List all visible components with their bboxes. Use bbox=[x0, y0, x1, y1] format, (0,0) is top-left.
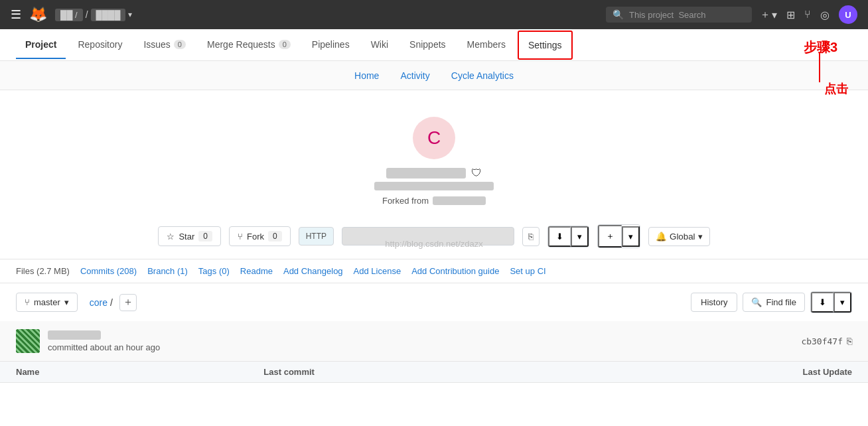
commit-copy-icon[interactable]: ⎘ bbox=[847, 336, 852, 346]
add-button[interactable]: ＋ bbox=[598, 225, 622, 248]
avatar[interactable]: U bbox=[839, 5, 857, 24]
star-count: 0 bbox=[198, 231, 212, 242]
plus-dropdown-icon: ▾ bbox=[772, 9, 777, 21]
create-new-button[interactable]: ＋ ▾ bbox=[760, 8, 777, 22]
breadcrumb-part1[interactable]: ██ / bbox=[55, 9, 83, 21]
col-last-update-header: Last Update bbox=[759, 367, 852, 377]
project-name bbox=[386, 168, 466, 178]
download-dropdown-icon: ▾ bbox=[577, 232, 582, 242]
star-button[interactable]: ☆ Star 0 bbox=[158, 226, 221, 246]
branch-selector[interactable]: ⑂ master ▾ bbox=[16, 293, 78, 312]
nav-snippets[interactable]: Snippets bbox=[400, 31, 455, 59]
sub-navbar: Project Repository Issues 0 Merge Reques… bbox=[0, 29, 868, 61]
merge-requests-icon[interactable]: ⑂ bbox=[804, 9, 811, 21]
commit-row: committed about an hour ago cb30f47f ⎘ bbox=[0, 321, 868, 362]
nav-wiki[interactable]: Wiki bbox=[362, 31, 398, 59]
copy-url-button[interactable]: ⎘ bbox=[522, 227, 540, 246]
commit-avatar bbox=[16, 329, 40, 353]
col-name-header: Name bbox=[16, 367, 263, 377]
action-bar: ☆ Star 0 ⑂ Fork 0 HTTP ⎘ ⬇ ▾ bbox=[0, 216, 868, 259]
search-icon: 🔍 bbox=[613, 9, 624, 20]
path-root[interactable]: core bbox=[90, 297, 108, 308]
nav-repository[interactable]: Repository bbox=[68, 31, 131, 59]
nav-project[interactable]: Project bbox=[16, 31, 66, 59]
add-dropdown-button[interactable]: ▾ bbox=[622, 226, 640, 247]
fork-icon: ⑂ bbox=[238, 232, 243, 242]
branch-bar: ⑂ master ▾ core / ＋ History 🔍 Find file bbox=[0, 283, 868, 321]
breadcrumb-part2[interactable]: ████ bbox=[91, 9, 126, 21]
commit-user bbox=[48, 330, 101, 340]
nav-merge-requests[interactable]: Merge Requests 0 bbox=[198, 31, 300, 59]
breadcrumb: ██ / / ████ ▾ bbox=[55, 9, 132, 21]
chevron-down-icon: ▾ bbox=[840, 297, 845, 307]
top-navbar: ☰ 🦊 ██ / / ████ ▾ 🔍 ＋ ▾ ⊞ ⑂ ◎ U bbox=[0, 0, 868, 29]
path-separator: / bbox=[110, 297, 113, 308]
search-icon: 🔍 bbox=[751, 297, 762, 307]
search-box[interactable]: 🔍 bbox=[606, 7, 752, 23]
download-dropdown-button[interactable]: ▾ bbox=[571, 226, 589, 247]
gitlab-logo[interactable]: 🦊 bbox=[29, 6, 47, 23]
fork-label: Fork bbox=[247, 232, 264, 242]
global-dropdown-icon: ▾ bbox=[698, 232, 703, 242]
download-split-button: ⬇ ▾ bbox=[547, 226, 589, 248]
clone-url[interactable] bbox=[342, 227, 514, 246]
nav-settings[interactable]: Settings bbox=[518, 31, 573, 60]
bell-icon: 🔔 bbox=[656, 232, 667, 242]
forked-from-label: Forked from bbox=[382, 196, 429, 206]
branch-name: master bbox=[34, 297, 60, 307]
files-link[interactable]: Files (2.7 MB) bbox=[16, 266, 70, 276]
breadcrumb-path: core / bbox=[90, 297, 113, 308]
nav-activity[interactable]: Activity bbox=[398, 64, 432, 88]
add-changelog-link[interactable]: Add Changelog bbox=[283, 266, 343, 276]
layout-icon[interactable]: ⊞ bbox=[786, 9, 795, 21]
setup-ci-link[interactable]: Set up CI bbox=[510, 266, 545, 276]
files-download-button[interactable]: ⬇ bbox=[811, 292, 833, 313]
project-name-row: 🛡 bbox=[386, 167, 482, 179]
star-icon: ☆ bbox=[167, 232, 175, 242]
forked-from-link[interactable] bbox=[433, 196, 486, 205]
branch-dropdown-icon: ▾ bbox=[64, 297, 69, 307]
download-icon: ⬇ bbox=[556, 232, 563, 242]
star-label: Star bbox=[179, 232, 194, 242]
files-bar: Files (2.7 MB) Commits (208) Branch (1) … bbox=[0, 259, 868, 283]
global-label: Global bbox=[670, 232, 695, 242]
commit-message: committed about an hour ago bbox=[48, 342, 160, 352]
hamburger-icon[interactable]: ☰ bbox=[11, 7, 21, 22]
add-folder-button[interactable]: ＋ bbox=[119, 294, 137, 311]
nav-members[interactable]: Members bbox=[458, 31, 515, 59]
notification-button[interactable]: 🔔 Global ▾ bbox=[648, 227, 710, 246]
files-table-header: Name Last commit Last Update bbox=[0, 362, 868, 383]
nav-pipelines[interactable]: Pipelines bbox=[303, 31, 359, 59]
http-badge: HTTP bbox=[299, 227, 334, 246]
add-dropdown-icon: ▾ bbox=[628, 232, 633, 242]
add-license-link[interactable]: Add License bbox=[354, 266, 401, 276]
commits-link[interactable]: Commits (208) bbox=[80, 266, 137, 276]
fork-button[interactable]: ⑂ Fork 0 bbox=[229, 226, 291, 246]
nav-home[interactable]: Home bbox=[352, 64, 382, 88]
files-download-dropdown[interactable]: ▾ bbox=[833, 292, 851, 313]
project-url bbox=[374, 182, 494, 190]
readme-link[interactable]: Readme bbox=[240, 266, 273, 276]
add-contribution-link[interactable]: Add Contribution guide bbox=[411, 266, 499, 276]
fork-count: 0 bbox=[268, 231, 282, 242]
breadcrumb-dropdown-icon[interactable]: ▾ bbox=[128, 10, 132, 19]
branch-link[interactable]: Branch (1) bbox=[147, 266, 188, 276]
commit-hash[interactable]: cb30f47f bbox=[801, 336, 843, 346]
nav-issues[interactable]: Issues 0 bbox=[134, 31, 195, 59]
merge-requests-badge: 0 bbox=[279, 40, 291, 49]
history-button[interactable]: History bbox=[691, 293, 737, 312]
main-content: C 🛡 Forked from http://blog.csdn.net/zda… bbox=[0, 90, 868, 383]
issues-icon[interactable]: ◎ bbox=[820, 9, 830, 21]
search-input[interactable] bbox=[629, 10, 745, 20]
annotation-arrow bbox=[819, 53, 820, 82]
find-file-label: Find file bbox=[766, 297, 796, 307]
copy-icon: ⎘ bbox=[528, 232, 534, 242]
annotation-step3: 步骤3 bbox=[804, 38, 837, 56]
tags-link[interactable]: Tags (0) bbox=[198, 266, 230, 276]
nav-cycle-analytics[interactable]: Cycle Analytics bbox=[449, 64, 516, 88]
download-button[interactable]: ⬇ bbox=[548, 226, 571, 247]
project-avatar-letter: C bbox=[427, 127, 441, 149]
find-file-button[interactable]: 🔍 Find file bbox=[743, 293, 805, 312]
project-header: C 🛡 Forked from bbox=[0, 104, 868, 216]
col-last-commit-header: Last commit bbox=[263, 367, 759, 377]
